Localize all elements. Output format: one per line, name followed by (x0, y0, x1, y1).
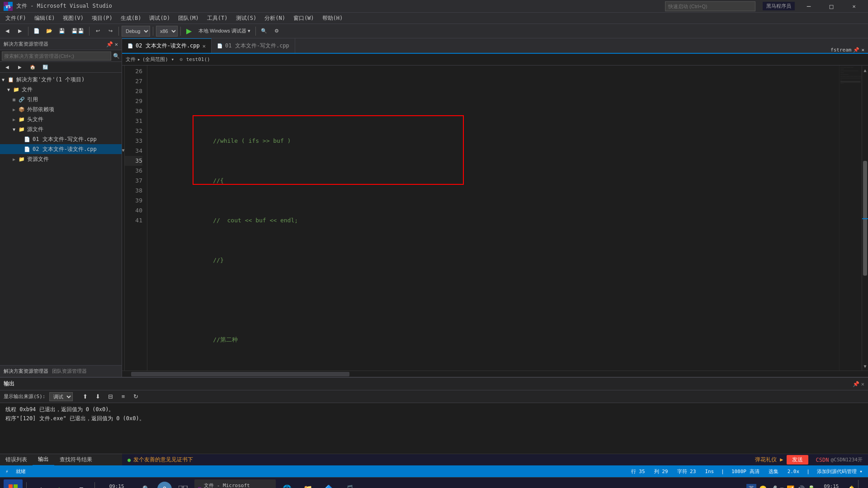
taskbar-forward[interactable]: ■ (72, 479, 91, 488)
status-char[interactable]: 字符 23 (675, 468, 698, 475)
tab-find-results[interactable]: 查找符号结果 (54, 454, 98, 466)
tray-clock[interactable]: 09:15 2024/01/15 (818, 483, 845, 488)
tab-solution-explorer[interactable]: 解决方案资源管理器 (4, 368, 48, 375)
taskbar-search[interactable]: 🔍 (137, 479, 156, 488)
menu-window[interactable]: 窗口(W) (290, 14, 318, 23)
taskbar-chrome[interactable]: 🌐 (278, 479, 297, 488)
menu-test[interactable]: 测试(S) (232, 14, 260, 23)
tray-show-desktop[interactable] (858, 480, 861, 488)
code-content[interactable]: //while ( ifs >> buf ) //{ // cout << bu… (147, 66, 839, 371)
sidebar-home[interactable]: 🏠 (27, 62, 38, 73)
output-btn2[interactable]: ⬇ (93, 391, 104, 402)
sidebar-search-icon[interactable]: 🔍 (113, 53, 120, 59)
minimize-button[interactable]: ─ (798, 0, 819, 13)
taskbar-start[interactable] (4, 479, 23, 488)
tree-item-external[interactable]: ▶ 📦 外部依赖项 (0, 104, 122, 114)
tab-file1[interactable]: 📄 01 文本文件-写文件.cpp (212, 38, 295, 53)
close-sidebar-icon[interactable]: ✕ (115, 41, 118, 47)
sidebar-nav-back[interactable]: ◀ (2, 62, 13, 73)
toolbar-new[interactable]: 📄 (31, 26, 42, 37)
collapse-icon[interactable]: ▼ (122, 145, 124, 155)
tab-error-list[interactable]: 错误列表 (0, 454, 33, 466)
toolbar-undo[interactable]: ↩ (92, 26, 103, 37)
maximize-button[interactable]: □ (821, 0, 842, 13)
menu-team[interactable]: 团队(M) (175, 14, 203, 23)
output-close-icon[interactable]: ✕ (861, 381, 864, 387)
toolbar-save[interactable]: 💾 (57, 26, 67, 37)
tree-item-headers[interactable]: ▶ 📁 头文件 (0, 114, 122, 124)
sidebar-search-input[interactable] (2, 52, 111, 61)
menu-project[interactable]: 项目(P) (88, 14, 116, 23)
taskbar-app3[interactable]: 🎵 (340, 479, 359, 488)
taskbar-app2[interactable]: 🔷 (319, 479, 338, 488)
status-ins[interactable]: Ins (703, 469, 716, 474)
run-button[interactable]: ▶ (184, 26, 194, 37)
tab-file2[interactable]: 📄 02 文本文件-读文件.cpp ✕ (122, 38, 212, 53)
menu-tools[interactable]: 工具(T) (203, 14, 231, 23)
quick-launch-input[interactable] (665, 1, 755, 11)
taskbar-vs-app[interactable]: ■ 文件 - Microsoft Visual... (194, 479, 276, 488)
menu-analyze[interactable]: 分析(N) (261, 14, 289, 23)
horizontal-scrollbar[interactable] (122, 371, 868, 377)
tree-item-project[interactable]: ▼ 📁 文件 (0, 84, 122, 94)
sidebar-nav-forward[interactable]: ▶ (14, 62, 25, 73)
taskbar-task-view[interactable] (174, 479, 193, 488)
menu-help[interactable]: 帮助(H) (319, 14, 347, 23)
toolbar-forward[interactable]: ▶ (14, 26, 25, 37)
menu-build[interactable]: 生成(B) (117, 14, 145, 23)
debug-config-dropdown[interactable]: Debug (122, 26, 150, 37)
tab-team-explorer[interactable]: 团队资源管理器 (52, 368, 87, 375)
tab-pin-icon[interactable]: 📌 (853, 47, 859, 53)
taskbar-clock[interactable]: 09:15 13:33 (99, 479, 135, 488)
output-btn1[interactable]: ⬆ (80, 391, 91, 402)
scroll-down-button[interactable]: ▼ (862, 361, 868, 371)
tray-notification[interactable]: 🔔 (848, 485, 855, 488)
send-button[interactable]: 发送 (787, 455, 808, 465)
toolbar-extra1[interactable]: 🔍 (259, 26, 269, 37)
vertical-scrollbar[interactable]: ▲ ▼ (862, 66, 868, 371)
status-col[interactable]: 列 29 (652, 468, 670, 475)
output-btn5[interactable]: ↻ (131, 391, 142, 402)
tree-item-resources[interactable]: ▶ 📁 资源文件 (0, 154, 122, 164)
taskbar-cortana[interactable]: O (157, 482, 172, 488)
breadcrumb-dropdown[interactable]: (全局范围) ▾ (142, 56, 175, 63)
menu-debug[interactable]: 调试(D) (146, 14, 174, 23)
tab-close-button[interactable]: ✕ (203, 43, 206, 49)
taskbar-back[interactable]: ◀ (30, 479, 49, 488)
scroll-up-button[interactable]: ▲ (862, 66, 868, 75)
h-scroll-thumb[interactable] (131, 372, 349, 376)
tree-item-sources[interactable]: ▼ 📁 源文件 (0, 124, 122, 134)
tree-item-file1[interactable]: 📄 01 文本文件-写文件.cpp (0, 134, 122, 144)
tab-close-all[interactable]: ✕ (861, 47, 864, 53)
output-pin-icon[interactable]: 📌 (853, 381, 859, 387)
tray-network[interactable]: 📶 (787, 485, 794, 488)
platform-dropdown[interactable]: x86 (156, 26, 178, 37)
run-label-button[interactable]: 本地 Windows 调试器 ▾ (196, 26, 253, 37)
toolbar-extra2[interactable]: ⚙ (271, 26, 282, 37)
toolbar-redo[interactable]: ↪ (105, 26, 116, 37)
menu-edit[interactable]: 编辑(E) (31, 14, 59, 23)
tree-item-solution[interactable]: ▼ 📋 解决方案'文件'(1 个项目) (0, 75, 122, 84)
status-row[interactable]: 行 35 (629, 468, 647, 475)
tray-battery[interactable]: 🔋 (807, 485, 815, 488)
tree-item-references[interactable]: ■ 🔗 引用 (0, 94, 122, 104)
pin-icon[interactable]: 📌 (106, 41, 113, 47)
code-editor[interactable]: 26 27 28 29 30 31 32 33 34 35 36 37 38 3… (125, 66, 868, 371)
menu-view[interactable]: 视图(V) (59, 14, 87, 23)
tab-output[interactable]: 输出 (33, 454, 54, 466)
tray-volume[interactable]: 🔊 (797, 485, 805, 488)
taskbar-play[interactable]: ▶ (51, 479, 70, 488)
output-btn4[interactable]: ≡ (118, 391, 129, 402)
menu-file[interactable]: 文件(F) (2, 14, 30, 23)
breadcrumb-symbol[interactable]: test01() (186, 56, 210, 62)
toolbar-save-all[interactable]: 💾💾 (69, 26, 86, 37)
breadcrumb-file[interactable]: 文件 (126, 56, 136, 63)
toolbar-open[interactable]: 📂 (44, 26, 55, 37)
output-source-select[interactable]: 调试 (49, 392, 73, 401)
taskbar-explorer[interactable]: 📁 (298, 479, 317, 488)
close-button[interactable]: ✕ (844, 0, 864, 13)
sidebar-refresh[interactable]: 🔄 (40, 62, 51, 73)
add-to-source-control[interactable]: 添加到源代码管理 ▾ (815, 468, 864, 475)
tree-item-file2[interactable]: 📄 02 文本文件-读文件.cpp (0, 144, 122, 154)
output-btn3[interactable]: ⊟ (105, 391, 116, 402)
